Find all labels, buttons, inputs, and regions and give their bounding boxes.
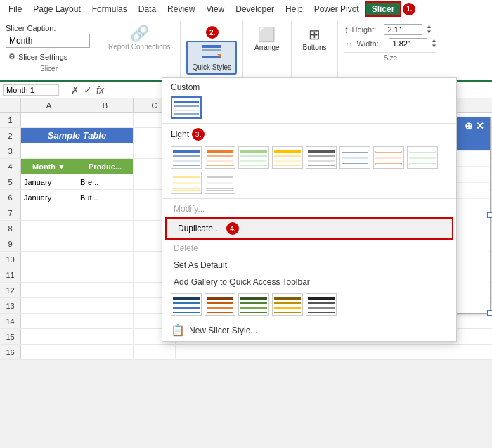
cell-b1[interactable] xyxy=(77,113,134,127)
cell-b3[interactable] xyxy=(77,143,134,158)
cell-a6[interactable]: January xyxy=(21,190,77,205)
buttons-label: Buttons xyxy=(303,44,327,51)
set-default-menu-item[interactable]: Set As Default xyxy=(162,257,456,274)
light-style-8[interactable] xyxy=(407,146,438,169)
insert-function-icon[interactable]: fx xyxy=(96,84,104,96)
cell-b12[interactable] xyxy=(77,283,134,297)
menu-file[interactable]: File xyxy=(3,3,27,15)
cell-c16[interactable] xyxy=(134,345,176,359)
dark-style-3[interactable] xyxy=(238,293,269,316)
light-style-9[interactable] xyxy=(171,172,202,194)
cell-a9[interactable] xyxy=(21,236,77,251)
light-style-4[interactable] xyxy=(272,146,303,169)
cell-a13[interactable] xyxy=(21,298,77,313)
cell-a12[interactable] xyxy=(21,283,77,297)
cell-b4-product[interactable]: Produc... xyxy=(77,159,134,174)
menu-power-pivot[interactable]: Power Pivot xyxy=(309,3,365,15)
menu-data[interactable]: Data xyxy=(133,3,162,15)
report-connections-group: 🔗 Report Connections xyxy=(98,21,181,77)
cell-a14[interactable] xyxy=(21,314,77,328)
resize-handle-r[interactable] xyxy=(487,212,492,218)
menu-view[interactable]: View xyxy=(200,3,230,15)
cell-b7[interactable] xyxy=(77,205,134,220)
light-style-1[interactable] xyxy=(171,146,202,169)
menu-formulas[interactable]: Formulas xyxy=(86,3,133,15)
cell-b13[interactable] xyxy=(77,298,134,313)
slicer-caption-input[interactable] xyxy=(6,34,90,48)
confirm-icon[interactable]: ✓ xyxy=(84,84,92,96)
new-slicer-style-label: New Slicer Style... xyxy=(189,326,257,335)
buttons-button[interactable]: ⊞ Buttons xyxy=(297,24,332,53)
dark-style-5[interactable] xyxy=(306,293,337,316)
height-label: Height: xyxy=(351,25,381,34)
menu-slicer[interactable]: Slicer xyxy=(365,1,402,17)
ribbon: Slicer Caption: ⚙ Slicer Settings Slicer… xyxy=(0,18,492,82)
light-style-5[interactable] xyxy=(306,146,337,169)
svg-rect-0 xyxy=(202,45,221,48)
height-down-button[interactable]: ▼ xyxy=(426,30,432,35)
cell-b16[interactable] xyxy=(77,345,134,359)
light-style-2[interactable] xyxy=(205,146,235,169)
slicer-clear-filter-icon[interactable]: ✕ xyxy=(476,120,484,132)
height-input[interactable] xyxy=(384,24,422,35)
dark-style-4[interactable] xyxy=(272,293,303,316)
step4-badge: 4. xyxy=(226,222,239,235)
duplicate-menu-item[interactable]: Duplicate... 4. xyxy=(165,217,453,240)
cell-a7[interactable] xyxy=(21,205,77,220)
cell-b10[interactable] xyxy=(77,252,134,267)
menu-page-layout[interactable]: Page Layout xyxy=(27,3,86,15)
width-icon: ↔ xyxy=(344,38,354,49)
modify-menu-item: Modify... xyxy=(162,200,456,217)
cell-a16[interactable] xyxy=(21,345,77,359)
cell-b5[interactable]: Bre... xyxy=(77,174,134,189)
dark-style-2[interactable] xyxy=(205,293,235,316)
light-styles-grid xyxy=(162,143,456,197)
step1-badge: 1. xyxy=(403,3,415,15)
cell-a11[interactable] xyxy=(21,267,77,282)
cell-a15[interactable] xyxy=(21,329,77,344)
cell-a8[interactable] xyxy=(21,221,77,236)
cell-b6[interactable]: But... xyxy=(77,190,134,205)
arrange-label: Arrange xyxy=(254,44,280,51)
cell-b9[interactable] xyxy=(77,236,134,251)
name-box[interactable] xyxy=(3,84,59,96)
cell-b15[interactable] xyxy=(77,329,134,344)
cell-b8[interactable] xyxy=(77,221,134,236)
light-style-10[interactable] xyxy=(205,172,235,194)
arrange-button[interactable]: ⬜ Arrange xyxy=(249,24,285,53)
menu-developer[interactable]: Developer xyxy=(230,3,280,15)
light-style-3[interactable] xyxy=(238,146,269,169)
buttons-icon: ⊞ xyxy=(309,26,321,43)
cancel-icon[interactable]: ✗ xyxy=(71,84,79,96)
quick-styles-button[interactable]: Quick Styles xyxy=(186,41,237,75)
cell-a10[interactable] xyxy=(21,252,77,267)
report-connections-icon: 🔗 xyxy=(130,26,149,41)
add-gallery-menu-item[interactable]: Add Gallery to Quick Access Toolbar xyxy=(162,274,456,290)
light-style-6[interactable] xyxy=(339,146,370,169)
slicer-multiselect-icon[interactable]: ⊕ xyxy=(465,120,473,132)
formula-icons-group: ✗ ✓ fx xyxy=(71,84,104,96)
cell-b14[interactable] xyxy=(77,314,134,328)
cell-a3[interactable] xyxy=(21,143,77,158)
slicer-settings-button[interactable]: ⚙ Slicer Settings xyxy=(6,51,92,63)
cell-a2-merged[interactable]: Sample Table xyxy=(21,128,134,143)
cell-b11[interactable] xyxy=(77,267,134,282)
cell-a4-month[interactable]: Month ▼ xyxy=(21,159,77,174)
menu-review[interactable]: Review xyxy=(162,3,200,15)
cell-a1[interactable] xyxy=(21,113,77,127)
width-down-button[interactable]: ▼ xyxy=(431,44,436,49)
new-slicer-style-button[interactable]: 📋 New Slicer Style... xyxy=(162,319,456,341)
dark-style-1[interactable] xyxy=(171,293,202,316)
resize-handle-br[interactable] xyxy=(487,310,492,316)
width-input[interactable] xyxy=(389,38,427,49)
row-num-10: 10 xyxy=(0,252,21,267)
report-connections-button[interactable]: 🔗 Report Connections xyxy=(104,24,174,53)
cell-a5[interactable]: January xyxy=(21,174,77,189)
width-label: Width: xyxy=(356,39,386,48)
report-connections-label: Report Connections xyxy=(108,43,170,51)
custom-style-item-1[interactable] xyxy=(171,96,202,119)
light-style-7[interactable] xyxy=(373,146,404,169)
row-num-header xyxy=(0,98,21,112)
size-group: ↕ Height: ▲ ▼ ↔ Width: ▲ ▼ Size xyxy=(338,21,442,77)
menu-help[interactable]: Help xyxy=(280,3,309,15)
